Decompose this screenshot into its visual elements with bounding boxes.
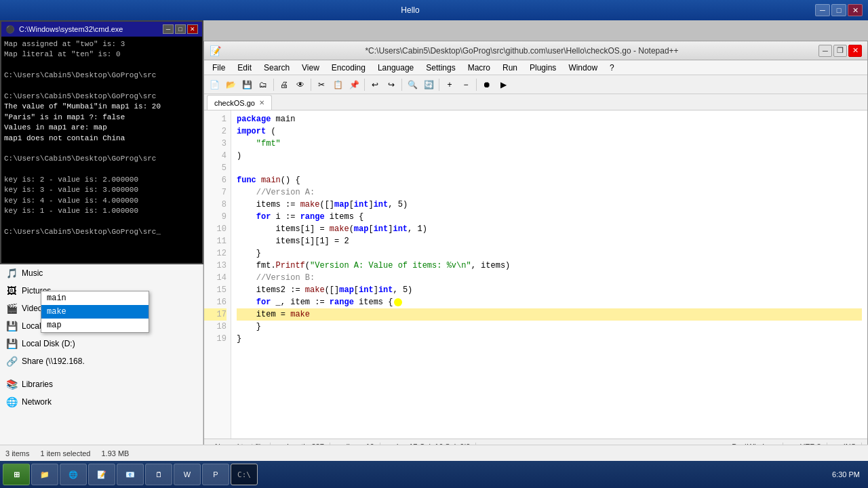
notepad-editor[interactable]: 12345 678910 1112131415 16171819 package… (204, 110, 867, 439)
zoom-in-btn[interactable]: + (442, 77, 457, 92)
menu-macro[interactable]: Macro (462, 62, 496, 74)
cmd-maximize[interactable]: □ (175, 24, 186, 34)
sidebar-label: Music (22, 268, 43, 278)
videos-icon: 🎬 (5, 302, 18, 314)
menu-file[interactable]: File (207, 62, 231, 74)
menu-run[interactable]: Run (497, 62, 523, 74)
menu-settings[interactable]: Settings (420, 62, 460, 74)
file-size: 1.93 MB (101, 449, 129, 458)
close-button[interactable]: ✕ (848, 4, 863, 16)
toolbar-separator (476, 79, 477, 91)
sidebar-item-music[interactable]: 🎵 Music (0, 264, 203, 282)
notepad-minimize[interactable]: ─ (818, 45, 832, 57)
cmd-line: C:\Users\Cabin5\Desktop\GoProg\src_ (4, 227, 199, 237)
code-line-12: } (237, 247, 862, 260)
cmd-output: Map assigned at "two" is: 3 Map literal … (1, 37, 202, 263)
cut-btn[interactable]: ✂ (314, 77, 329, 92)
taskbar-ie[interactable]: 🌐 (60, 464, 87, 485)
cmd-title: C:\Windows\system32\cmd.exe (19, 25, 123, 33)
sidebar-label: Local Disk (D:) (22, 339, 75, 348)
code-line-4: ) (237, 150, 862, 162)
notepad-titlebar: 📝 *C:\Users\Cabin5\Desktop\GoProg\src\gi… (204, 41, 867, 60)
menu-encoding[interactable]: Encoding (326, 62, 371, 74)
music-icon: 🎵 (5, 267, 18, 279)
code-editor[interactable]: package main import ( "fmt" ) func main(… (231, 110, 867, 439)
cmd-line: key is: 2 - value is: 2.000000 (4, 175, 199, 185)
toolbar-separator (273, 79, 274, 91)
cmd-line (4, 144, 199, 154)
start-button[interactable]: ⊞ (3, 464, 30, 485)
menu-edit[interactable]: Edit (232, 62, 257, 74)
save-all-btn[interactable]: 🗂 (256, 77, 271, 92)
notepad-close[interactable]: ✕ (848, 45, 862, 57)
tab-checkos[interactable]: checkOS.go ✕ (207, 95, 272, 110)
minimize-button[interactable]: ─ (815, 4, 830, 16)
code-line-17: item = make (237, 308, 862, 321)
items-count: 3 items (5, 449, 29, 458)
sidebar-item-share[interactable]: 🔗 Share (\\192.168. (0, 352, 203, 370)
redo-btn[interactable]: ↪ (384, 77, 399, 92)
cmd-line: C:\Users\Cabin5\Desktop\GoProg\src (4, 154, 199, 164)
maximize-button[interactable]: □ (831, 4, 846, 16)
ac-item-map[interactable]: map (41, 319, 149, 332)
cmd-line: The value of "Mumbai"in map1 is: 20 (4, 102, 199, 112)
code-line-9: for i := range items { (237, 211, 862, 223)
taskbar-cmd[interactable]: C:\ (231, 464, 258, 485)
replace-btn[interactable]: 🔄 (421, 77, 436, 92)
taskbar-onenote[interactable]: 🗒 (145, 464, 172, 485)
menu-search[interactable]: Search (258, 62, 295, 74)
share-icon: 🔗 (5, 355, 18, 367)
autocomplete-dropdown[interactable]: main make map (41, 291, 149, 333)
sidebar-item-local-disk-d[interactable]: 💾 Local Disk (D:) (0, 335, 203, 352)
code-line-7: //Version A: (237, 186, 862, 199)
save-btn[interactable]: 💾 (239, 77, 254, 92)
new-btn[interactable]: 📄 (207, 77, 222, 92)
taskbar-explorer[interactable]: 📁 (31, 464, 58, 485)
copy-btn[interactable]: 📋 (330, 77, 345, 92)
taskbar-word[interactable]: W (174, 464, 201, 485)
print-preview-btn[interactable]: 👁 (293, 77, 308, 92)
cmd-close[interactable]: ✕ (187, 24, 198, 34)
ac-item-make[interactable]: make (41, 305, 149, 319)
sidebar-item-libraries[interactable]: 📚 Libraries (0, 375, 203, 393)
code-line-2: import ( (237, 125, 862, 138)
print-btn[interactable]: 🖨 (277, 77, 292, 92)
sidebar-item-network[interactable]: 🌐 Network (0, 393, 203, 411)
ac-item-main[interactable]: main (41, 291, 149, 305)
menu-plugins[interactable]: Plugins (524, 62, 561, 74)
notepad-menubar: File Edit Search View Encoding Language … (204, 60, 867, 75)
code-line-14: //Version B: (237, 272, 862, 284)
code-line-19: } (237, 333, 862, 345)
notepad-window-controls: ─ ❐ ✕ (818, 45, 862, 57)
hello-title-text: Hello (5, 5, 815, 15)
code-line-18: } (237, 321, 862, 333)
taskbar-outlook[interactable]: 📧 (117, 464, 144, 485)
taskbar-tray: 6:30 PM (832, 470, 865, 479)
undo-btn[interactable]: ↩ (368, 77, 382, 92)
notepad-title: *C:\Users\Cabin5\Desktop\GoProg\src\gith… (225, 46, 818, 56)
menu-help[interactable]: ? (604, 62, 620, 74)
macro-btn[interactable]: ⏺ (479, 77, 494, 92)
find-btn[interactable]: 🔍 (405, 77, 420, 92)
code-line-8: items := make([]map[int]int, 5) (237, 199, 862, 211)
cmd-line: C:\Users\Cabin5\Desktop\GoProg\src (4, 92, 199, 102)
menu-view[interactable]: View (296, 62, 325, 74)
taskbar-notepad[interactable]: 📝 (88, 464, 115, 485)
tab-close-icon[interactable]: ✕ (259, 99, 264, 106)
zoom-out-btn[interactable]: − (458, 77, 473, 92)
selected-count: 1 item selected (40, 449, 90, 458)
paste-btn[interactable]: 📌 (347, 77, 361, 92)
taskbar-powerpoint[interactable]: P (202, 464, 229, 485)
disk-icon: 💾 (5, 320, 18, 332)
toolbar-separator (364, 79, 365, 91)
line-numbers: 12345 678910 1112131415 16171819 (204, 110, 231, 439)
pictures-icon: 🖼 (5, 285, 18, 297)
cmd-line (4, 217, 199, 227)
menu-window[interactable]: Window (563, 62, 603, 74)
cmd-minimize[interactable]: ─ (163, 24, 174, 34)
open-btn[interactable]: 📂 (223, 77, 238, 92)
notepad-restore[interactable]: ❐ (833, 45, 847, 57)
code-line-16: for _, item := range items { (237, 296, 862, 308)
run-macro-btn[interactable]: ▶ (496, 77, 511, 92)
menu-language[interactable]: Language (372, 62, 419, 74)
